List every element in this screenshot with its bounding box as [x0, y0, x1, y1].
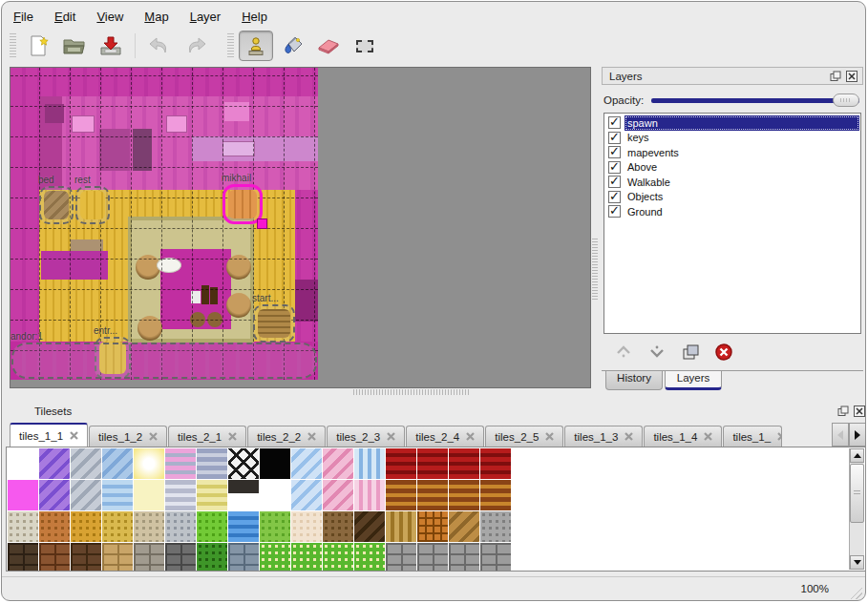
tab-close-icon[interactable]: [228, 431, 237, 443]
tile-grs[interactable]: [260, 511, 290, 542]
tile-glp[interactable]: [39, 480, 70, 510]
tile-glo[interactable]: [134, 448, 164, 479]
tile-curr[interactable]: [386, 448, 416, 479]
tile-grf[interactable]: [291, 543, 322, 572]
tileset-tab-tiles_2_2[interactable]: tiles_2_2: [247, 426, 326, 447]
tile-pbb[interactable]: [134, 511, 164, 542]
tile-bkg2[interactable]: [165, 543, 196, 572]
tileset-tab-tiles_2_3[interactable]: tiles_2_3: [327, 426, 405, 447]
raise-layer-button[interactable]: [613, 342, 634, 363]
tile-stw[interactable]: [8, 511, 38, 542]
tile-wh[interactable]: [260, 480, 290, 510]
tileset-scrollbar[interactable]: [849, 448, 864, 570]
tile-stg2[interactable]: [480, 511, 511, 542]
tile-grf[interactable]: [323, 543, 353, 572]
tile-plg[interactable]: [480, 543, 511, 572]
tileset-tab-tiles_2_5[interactable]: tiles_2_5: [485, 426, 563, 447]
tileset-tab-tiles_2_1[interactable]: tiles_2_1: [168, 426, 246, 447]
tile-plg[interactable]: [417, 543, 448, 572]
save-file-button[interactable]: [94, 31, 128, 61]
tile-glb2[interactable]: [291, 480, 322, 510]
menu-map[interactable]: Map: [144, 10, 168, 24]
tile-bkd[interactable]: [8, 543, 38, 572]
map-view[interactable]: bedrestmikhailstart...entr...andor:1: [10, 67, 591, 388]
tile-wbr[interactable]: [386, 480, 416, 510]
tile-wh[interactable]: [8, 448, 38, 479]
layer-row-Objects[interactable]: Objects: [605, 190, 859, 205]
tile-wbr[interactable]: [480, 480, 511, 510]
tile-stb[interactable]: [197, 448, 227, 479]
layer-row-mapevents[interactable]: mapevents: [605, 145, 859, 160]
tab-close-icon[interactable]: [704, 431, 712, 443]
tile-grb[interactable]: [197, 511, 227, 542]
float-panel-button[interactable]: [829, 70, 842, 83]
opacity-slider-handle[interactable]: [833, 94, 859, 107]
duplicate-layer-button[interactable]: [680, 342, 701, 363]
tile-curp[interactable]: [354, 480, 385, 510]
tile-plg[interactable]: [386, 543, 416, 572]
tile-curr[interactable]: [417, 448, 448, 479]
tile-plv[interactable]: [386, 511, 416, 542]
tab-close-icon[interactable]: [70, 430, 78, 442]
layer-row-Above[interactable]: Above: [605, 160, 859, 176]
resize-grip[interactable]: [846, 583, 862, 599]
toolbar-drag-handle-2[interactable]: [227, 33, 234, 58]
tile-snd[interactable]: [291, 511, 322, 542]
map-object-start[interactable]: [253, 304, 295, 343]
tile-mg[interactable]: [8, 480, 38, 510]
tile-pbg[interactable]: [165, 511, 196, 542]
tileset-tab-tiles_1_[interactable]: tiles_1_: [723, 426, 782, 447]
new-file-button[interactable]: [21, 31, 55, 61]
tab-close-icon[interactable]: [545, 431, 554, 443]
scrollbar-down-button[interactable]: [850, 555, 864, 570]
layer-visibility-checkbox[interactable]: [608, 146, 621, 158]
tile-shg[interactable]: [354, 511, 385, 542]
tile-glp[interactable]: [39, 448, 70, 479]
eraser-button[interactable]: [311, 31, 346, 61]
tileset-tab-tiles_1_3[interactable]: tiles_1_3: [564, 426, 643, 447]
tile-stg[interactable]: [165, 480, 196, 510]
tile-glg[interactable]: [71, 448, 101, 479]
tile-curb[interactable]: [354, 448, 385, 479]
open-file-button[interactable]: [57, 31, 92, 61]
tile-wt2[interactable]: [228, 511, 259, 542]
tab-close-icon[interactable]: [307, 431, 316, 443]
menu-help[interactable]: Help: [242, 10, 267, 24]
tile-wbr[interactable]: [449, 480, 479, 510]
scroll-tabs-right-button[interactable]: [849, 423, 866, 447]
tile-curr[interactable]: [480, 448, 511, 479]
tile-bkb[interactable]: [39, 543, 70, 572]
tile-glpk[interactable]: [323, 448, 353, 479]
vertical-splitter[interactable]: [592, 239, 598, 300]
horizontal-splitter[interactable]: [353, 389, 470, 395]
map-object-bed[interactable]: [39, 186, 74, 224]
menu-edit[interactable]: Edit: [54, 10, 75, 24]
tab-close-icon[interactable]: [625, 431, 633, 443]
layer-visibility-checkbox[interactable]: [608, 116, 621, 129]
layer-visibility-checkbox[interactable]: [608, 176, 621, 188]
tile-lat[interactable]: [228, 448, 259, 479]
tile-hrb[interactable]: [449, 511, 479, 542]
tile-py[interactable]: [134, 480, 164, 510]
stamp-brush-button[interactable]: [239, 31, 273, 61]
map-object-andor1[interactable]: [11, 343, 317, 379]
tile-sty[interactable]: [197, 480, 227, 510]
scrollbar-thumb[interactable]: [850, 464, 864, 523]
tile-bkd2[interactable]: [71, 543, 101, 572]
tile-bkbl[interactable]: [228, 543, 259, 572]
dock-tab-layers[interactable]: Layers: [665, 371, 722, 390]
menu-file[interactable]: File: [13, 10, 33, 24]
layer-visibility-checkbox[interactable]: [608, 161, 621, 174]
float-tilesets-button[interactable]: [836, 405, 850, 418]
scroll-tabs-left-button[interactable]: [832, 423, 849, 447]
tileset-view[interactable]: [6, 447, 866, 572]
layer-list[interactable]: spawnkeysmapeventsAboveWalkableObjectsGr…: [603, 113, 861, 334]
tile-cby[interactable]: [102, 511, 133, 542]
tileset-tab-tiles_1_1[interactable]: tiles_1_1: [10, 423, 88, 447]
close-tilesets-button[interactable]: [853, 405, 866, 418]
opacity-slider[interactable]: [651, 93, 859, 108]
layer-visibility-checkbox[interactable]: [608, 191, 621, 203]
tile-shf[interactable]: [228, 480, 259, 510]
layer-row-spawn[interactable]: spawn: [605, 115, 859, 131]
close-panel-button[interactable]: [845, 70, 858, 83]
